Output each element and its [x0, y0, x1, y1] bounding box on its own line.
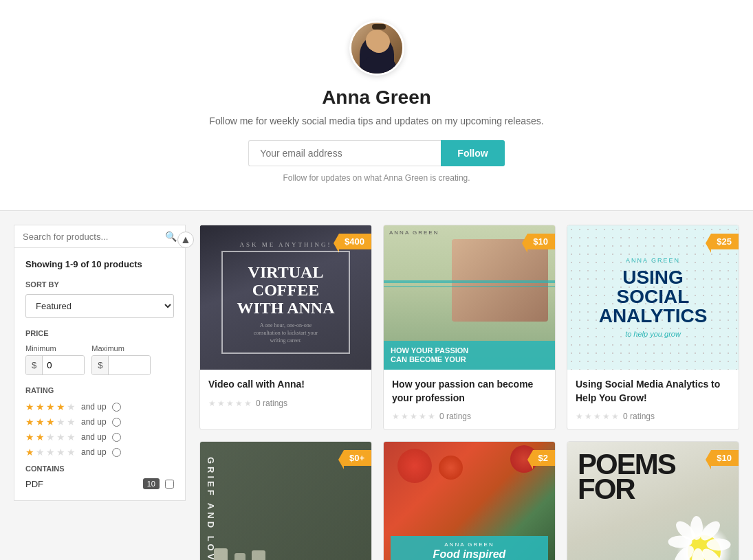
rating-radio-4[interactable]: [112, 403, 121, 412]
rating-radio-3[interactable]: [112, 418, 121, 427]
profile-name: Anna Green: [14, 87, 739, 109]
price-min-wrap: $: [25, 355, 85, 375]
product-badge-4: $0+: [344, 450, 371, 466]
rating-row-4[interactable]: ★ ★ ★ ★ ★ and up: [25, 401, 174, 412]
profile-section: Anna Green Follow me for weekly social m…: [0, 0, 753, 211]
products-grid: ASK ME ANYTHING! VIRTUALCOFFEEWITH ANNA …: [199, 225, 739, 560]
sidebar-inner: Showing 1-9 of 10 products SORT BY Featu…: [14, 248, 185, 500]
star-1: ★: [25, 401, 34, 412]
star-2: ★: [36, 401, 45, 412]
price-min-group: Minimum $: [25, 344, 85, 375]
star-5: ★: [67, 432, 76, 443]
sidebar-collapse-button[interactable]: ▲: [177, 232, 194, 248]
star-2: ★: [36, 447, 45, 458]
rating-label: RATING: [25, 386, 174, 394]
sidebar: 🔍 Showing 1-9 of 10 products SORT BY Fea…: [14, 225, 186, 501]
rating-radio-2[interactable]: [112, 433, 121, 442]
star-2: ★: [36, 416, 45, 427]
profile-bio: Follow me for weekly social media tips a…: [205, 115, 549, 126]
main-layout: 🔍 Showing 1-9 of 10 products SORT BY Fea…: [0, 211, 753, 560]
product-card-3[interactable]: ANNA GREEN USINGSOCIALANALYTICS to help …: [567, 225, 739, 430]
products-area: ASK ME ANYTHING! VIRTUALCOFFEEWITH ANNA …: [199, 225, 739, 560]
price-min-input[interactable]: [43, 356, 84, 374]
price-label: PRICE: [25, 329, 174, 337]
rating-row-1[interactable]: ★ ★ ★ ★ ★ and up: [25, 447, 174, 458]
star-3: ★: [46, 416, 55, 427]
max-label: Maximum: [91, 344, 151, 352]
search-input[interactable]: [23, 232, 160, 242]
min-label: Minimum: [25, 344, 85, 352]
email-input[interactable]: [248, 140, 441, 166]
follow-form: Follow: [14, 140, 739, 166]
sort-by-section: SORT BY Featured Newest Oldest Lowest Pr…: [25, 280, 174, 329]
star-3: ★: [46, 432, 55, 443]
contains-row: PDF 10: [25, 478, 174, 489]
star-1: ★: [25, 432, 34, 443]
product-rating-3: ★★★★★ 0 ratings: [576, 412, 730, 421]
star-1: ★: [25, 447, 34, 458]
dollar-sign-min: $: [26, 356, 43, 374]
product-image-3: ANNA GREEN USINGSOCIALANALYTICS to help …: [567, 225, 739, 370]
rating-row-3[interactable]: ★ ★ ★ ★ ★ and up: [25, 416, 174, 427]
svg-rect-2: [372, 24, 386, 30]
contains-count: 10: [143, 478, 160, 489]
product-info-2: How your passion can become your profess…: [384, 370, 555, 429]
search-wrap: 🔍: [14, 225, 185, 248]
rating-radio-1[interactable]: [112, 448, 121, 457]
price-max-input[interactable]: [109, 356, 150, 374]
product-info-3: Using Social Media Analytics to Help You…: [567, 370, 739, 429]
contains-checkbox[interactable]: [165, 480, 174, 489]
stars-1: ★ ★ ★ ★ ★: [25, 447, 76, 458]
star-4: ★: [56, 447, 65, 458]
star-3: ★: [46, 401, 55, 412]
product-image-2: ANNA GREEN HOW YOUR PASSIONCAN BECOME YO…: [384, 225, 555, 370]
star-5: ★: [67, 416, 76, 427]
product-card-2[interactable]: ANNA GREEN HOW YOUR PASSIONCAN BECOME YO…: [383, 225, 556, 430]
rating-section: RATING ★ ★ ★ ★ ★ and up: [25, 386, 174, 458]
star-1: ★: [25, 416, 34, 427]
follow-hint: Follow for updates on what Anna Green is…: [14, 173, 739, 183]
product-title-2: How your passion can become your profess…: [392, 378, 547, 405]
star-4: ★: [56, 432, 65, 443]
rating-row-2[interactable]: ★ ★ ★ ★ ★ and up: [25, 432, 174, 443]
svg-point-1: [361, 54, 397, 76]
product-rating-1: ★★★★★ 0 ratings: [208, 399, 363, 408]
product-rating-2: ★★★★★ 0 ratings: [392, 412, 547, 421]
product-image-1: ASK ME ANYTHING! VIRTUALCOFFEEWITH ANNA …: [200, 225, 371, 370]
product-badge-6: $10: [711, 450, 739, 466]
dollar-sign-max: $: [92, 356, 109, 374]
stars-2: ★ ★ ★ ★ ★: [25, 432, 76, 443]
product-image-6: POEMSFOR $10: [567, 442, 739, 560]
price-max-group: Maximum $: [91, 344, 151, 375]
product-card-4[interactable]: GRIEF AND LOVE $0+ Grief and Love ★★★★★ …: [199, 441, 372, 560]
and-up-2: and up: [81, 432, 107, 442]
and-up-1: and up: [81, 447, 107, 457]
product-title-1: Video call with Anna!: [208, 378, 363, 392]
svg-point-0: [368, 31, 390, 53]
star-2: ★: [36, 432, 45, 443]
sort-select[interactable]: Featured Newest Oldest Lowest Price High…: [25, 294, 174, 318]
stars-3: ★ ★ ★ ★ ★: [25, 416, 76, 427]
product-card-1[interactable]: ASK ME ANYTHING! VIRTUALCOFFEEWITH ANNA …: [199, 225, 372, 430]
and-up-4: and up: [81, 402, 107, 412]
star-4: ★: [56, 416, 65, 427]
price-row: Minimum $ Maximum $: [25, 344, 174, 375]
search-icon: 🔍: [165, 231, 177, 242]
star-4: ★: [56, 401, 65, 412]
product-card-6[interactable]: POEMSFOR $10 Poems For ★★★★★ 0 ratings: [567, 441, 739, 560]
product-card-5[interactable]: ANNA GREEN Food inspiredby the... $2 Foo…: [383, 441, 556, 560]
product-badge-2: $10: [527, 234, 555, 249]
follow-button[interactable]: Follow: [441, 140, 504, 166]
avatar: [349, 21, 404, 76]
product-image-4: GRIEF AND LOVE $0+: [200, 442, 371, 560]
product-info-1: Video call with Anna! ★★★★★ 0 ratings: [200, 370, 371, 416]
contains-type: PDF: [25, 479, 138, 489]
sort-by-label: SORT BY: [25, 280, 174, 289]
stars-4: ★ ★ ★ ★ ★: [25, 401, 76, 412]
product-image-5: ANNA GREEN Food inspiredby the... $2: [384, 442, 555, 560]
price-max-wrap: $: [91, 355, 151, 375]
star-5: ★: [67, 447, 76, 458]
and-up-3: and up: [81, 417, 107, 427]
chevron-up-icon: ▲: [180, 234, 191, 246]
showing-text: Showing 1-9 of 10 products: [25, 259, 174, 269]
